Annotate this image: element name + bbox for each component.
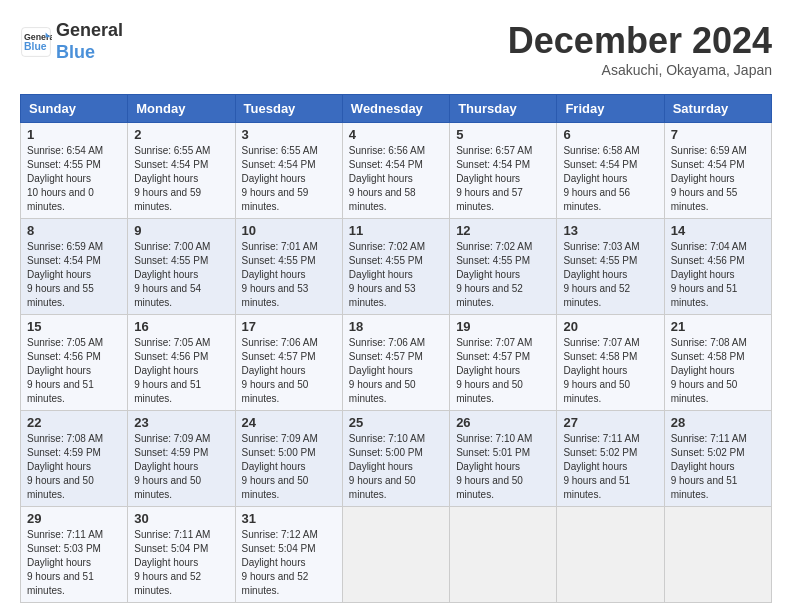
day-info: Sunrise: 7:10 AM Sunset: 5:01 PM Dayligh… xyxy=(456,432,550,502)
day-number: 7 xyxy=(671,127,765,142)
day-number: 14 xyxy=(671,223,765,238)
day-info: Sunrise: 7:06 AM Sunset: 4:57 PM Dayligh… xyxy=(349,336,443,406)
calendar-cell: 23 Sunrise: 7:09 AM Sunset: 4:59 PM Dayl… xyxy=(128,411,235,507)
day-info: Sunrise: 7:11 AM Sunset: 5:03 PM Dayligh… xyxy=(27,528,121,598)
location: Asakuchi, Okayama, Japan xyxy=(508,62,772,78)
day-info: Sunrise: 6:55 AM Sunset: 4:54 PM Dayligh… xyxy=(134,144,228,214)
day-info: Sunrise: 6:57 AM Sunset: 4:54 PM Dayligh… xyxy=(456,144,550,214)
header-wednesday: Wednesday xyxy=(342,95,449,123)
calendar-cell: 29 Sunrise: 7:11 AM Sunset: 5:03 PM Dayl… xyxy=(21,507,128,603)
logo-text: General Blue xyxy=(56,20,123,63)
header-friday: Friday xyxy=(557,95,664,123)
calendar-cell: 25 Sunrise: 7:10 AM Sunset: 5:00 PM Dayl… xyxy=(342,411,449,507)
calendar-cell: 27 Sunrise: 7:11 AM Sunset: 5:02 PM Dayl… xyxy=(557,411,664,507)
calendar-cell xyxy=(557,507,664,603)
calendar-cell: 18 Sunrise: 7:06 AM Sunset: 4:57 PM Dayl… xyxy=(342,315,449,411)
calendar-cell: 10 Sunrise: 7:01 AM Sunset: 4:55 PM Dayl… xyxy=(235,219,342,315)
calendar-week-row: 15 Sunrise: 7:05 AM Sunset: 4:56 PM Dayl… xyxy=(21,315,772,411)
day-number: 24 xyxy=(242,415,336,430)
day-number: 23 xyxy=(134,415,228,430)
day-number: 13 xyxy=(563,223,657,238)
day-info: Sunrise: 6:54 AM Sunset: 4:55 PM Dayligh… xyxy=(27,144,121,214)
calendar-cell: 6 Sunrise: 6:58 AM Sunset: 4:54 PM Dayli… xyxy=(557,123,664,219)
calendar-cell: 15 Sunrise: 7:05 AM Sunset: 4:56 PM Dayl… xyxy=(21,315,128,411)
weekday-header-row: Sunday Monday Tuesday Wednesday Thursday… xyxy=(21,95,772,123)
header-sunday: Sunday xyxy=(21,95,128,123)
calendar-table: Sunday Monday Tuesday Wednesday Thursday… xyxy=(20,94,772,603)
calendar-cell: 30 Sunrise: 7:11 AM Sunset: 5:04 PM Dayl… xyxy=(128,507,235,603)
calendar-cell: 2 Sunrise: 6:55 AM Sunset: 4:54 PM Dayli… xyxy=(128,123,235,219)
calendar-cell: 14 Sunrise: 7:04 AM Sunset: 4:56 PM Dayl… xyxy=(664,219,771,315)
calendar-week-row: 29 Sunrise: 7:11 AM Sunset: 5:03 PM Dayl… xyxy=(21,507,772,603)
day-info: Sunrise: 6:58 AM Sunset: 4:54 PM Dayligh… xyxy=(563,144,657,214)
logo-icon: General Blue xyxy=(20,26,52,58)
day-info: Sunrise: 7:11 AM Sunset: 5:02 PM Dayligh… xyxy=(563,432,657,502)
day-number: 17 xyxy=(242,319,336,334)
day-info: Sunrise: 7:11 AM Sunset: 5:02 PM Dayligh… xyxy=(671,432,765,502)
day-info: Sunrise: 7:06 AM Sunset: 4:57 PM Dayligh… xyxy=(242,336,336,406)
page-header: General Blue General Blue December 2024 … xyxy=(20,20,772,78)
calendar-cell: 13 Sunrise: 7:03 AM Sunset: 4:55 PM Dayl… xyxy=(557,219,664,315)
day-info: Sunrise: 7:11 AM Sunset: 5:04 PM Dayligh… xyxy=(134,528,228,598)
header-saturday: Saturday xyxy=(664,95,771,123)
day-number: 21 xyxy=(671,319,765,334)
calendar-cell: 24 Sunrise: 7:09 AM Sunset: 5:00 PM Dayl… xyxy=(235,411,342,507)
calendar-cell: 12 Sunrise: 7:02 AM Sunset: 4:55 PM Dayl… xyxy=(450,219,557,315)
calendar-cell: 8 Sunrise: 6:59 AM Sunset: 4:54 PM Dayli… xyxy=(21,219,128,315)
calendar-cell: 1 Sunrise: 6:54 AM Sunset: 4:55 PM Dayli… xyxy=(21,123,128,219)
calendar-cell: 4 Sunrise: 6:56 AM Sunset: 4:54 PM Dayli… xyxy=(342,123,449,219)
calendar-cell xyxy=(450,507,557,603)
day-info: Sunrise: 6:55 AM Sunset: 4:54 PM Dayligh… xyxy=(242,144,336,214)
calendar-cell: 17 Sunrise: 7:06 AM Sunset: 4:57 PM Dayl… xyxy=(235,315,342,411)
day-number: 25 xyxy=(349,415,443,430)
calendar-cell xyxy=(664,507,771,603)
calendar-week-row: 22 Sunrise: 7:08 AM Sunset: 4:59 PM Dayl… xyxy=(21,411,772,507)
calendar-cell: 21 Sunrise: 7:08 AM Sunset: 4:58 PM Dayl… xyxy=(664,315,771,411)
title-block: December 2024 Asakuchi, Okayama, Japan xyxy=(508,20,772,78)
day-number: 11 xyxy=(349,223,443,238)
day-number: 22 xyxy=(27,415,121,430)
day-number: 12 xyxy=(456,223,550,238)
day-info: Sunrise: 7:09 AM Sunset: 4:59 PM Dayligh… xyxy=(134,432,228,502)
day-number: 2 xyxy=(134,127,228,142)
day-number: 9 xyxy=(134,223,228,238)
day-number: 3 xyxy=(242,127,336,142)
day-info: Sunrise: 7:02 AM Sunset: 4:55 PM Dayligh… xyxy=(349,240,443,310)
day-number: 15 xyxy=(27,319,121,334)
logo: General Blue General Blue xyxy=(20,20,123,63)
calendar-cell: 3 Sunrise: 6:55 AM Sunset: 4:54 PM Dayli… xyxy=(235,123,342,219)
calendar-cell: 7 Sunrise: 6:59 AM Sunset: 4:54 PM Dayli… xyxy=(664,123,771,219)
calendar-cell: 19 Sunrise: 7:07 AM Sunset: 4:57 PM Dayl… xyxy=(450,315,557,411)
day-number: 27 xyxy=(563,415,657,430)
header-monday: Monday xyxy=(128,95,235,123)
calendar-week-row: 1 Sunrise: 6:54 AM Sunset: 4:55 PM Dayli… xyxy=(21,123,772,219)
calendar-cell: 5 Sunrise: 6:57 AM Sunset: 4:54 PM Dayli… xyxy=(450,123,557,219)
calendar-cell: 26 Sunrise: 7:10 AM Sunset: 5:01 PM Dayl… xyxy=(450,411,557,507)
calendar-cell: 11 Sunrise: 7:02 AM Sunset: 4:55 PM Dayl… xyxy=(342,219,449,315)
day-number: 1 xyxy=(27,127,121,142)
day-number: 16 xyxy=(134,319,228,334)
day-info: Sunrise: 7:12 AM Sunset: 5:04 PM Dayligh… xyxy=(242,528,336,598)
calendar-cell: 20 Sunrise: 7:07 AM Sunset: 4:58 PM Dayl… xyxy=(557,315,664,411)
day-number: 28 xyxy=(671,415,765,430)
calendar-cell: 31 Sunrise: 7:12 AM Sunset: 5:04 PM Dayl… xyxy=(235,507,342,603)
day-info: Sunrise: 7:04 AM Sunset: 4:56 PM Dayligh… xyxy=(671,240,765,310)
day-number: 6 xyxy=(563,127,657,142)
day-number: 29 xyxy=(27,511,121,526)
day-info: Sunrise: 7:09 AM Sunset: 5:00 PM Dayligh… xyxy=(242,432,336,502)
day-info: Sunrise: 6:59 AM Sunset: 4:54 PM Dayligh… xyxy=(671,144,765,214)
day-number: 30 xyxy=(134,511,228,526)
svg-text:Blue: Blue xyxy=(24,41,47,52)
day-info: Sunrise: 7:10 AM Sunset: 5:00 PM Dayligh… xyxy=(349,432,443,502)
day-number: 10 xyxy=(242,223,336,238)
calendar-cell: 28 Sunrise: 7:11 AM Sunset: 5:02 PM Dayl… xyxy=(664,411,771,507)
day-info: Sunrise: 7:01 AM Sunset: 4:55 PM Dayligh… xyxy=(242,240,336,310)
day-number: 18 xyxy=(349,319,443,334)
day-number: 19 xyxy=(456,319,550,334)
day-info: Sunrise: 7:03 AM Sunset: 4:55 PM Dayligh… xyxy=(563,240,657,310)
day-info: Sunrise: 7:07 AM Sunset: 4:57 PM Dayligh… xyxy=(456,336,550,406)
day-info: Sunrise: 7:07 AM Sunset: 4:58 PM Dayligh… xyxy=(563,336,657,406)
day-info: Sunrise: 7:02 AM Sunset: 4:55 PM Dayligh… xyxy=(456,240,550,310)
header-tuesday: Tuesday xyxy=(235,95,342,123)
calendar-week-row: 8 Sunrise: 6:59 AM Sunset: 4:54 PM Dayli… xyxy=(21,219,772,315)
